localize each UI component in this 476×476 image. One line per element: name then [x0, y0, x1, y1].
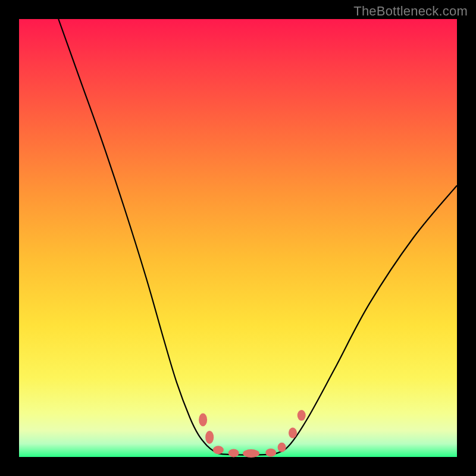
marker-group	[199, 410, 306, 458]
curve-path	[58, 19, 457, 455]
marker-dot	[213, 446, 224, 454]
marker-dot	[205, 431, 214, 444]
marker-dot	[228, 449, 239, 457]
marker-dot	[199, 413, 207, 426]
chart-svg	[19, 19, 457, 457]
plot-area	[19, 19, 457, 457]
marker-dot	[243, 449, 259, 458]
watermark-text: TheBottleneck.com	[353, 4, 468, 19]
marker-dot	[298, 410, 306, 421]
marker-dot	[278, 443, 286, 452]
marker-dot	[265, 449, 276, 457]
chart-frame: TheBottleneck.com	[0, 0, 476, 476]
marker-dot	[289, 428, 297, 439]
